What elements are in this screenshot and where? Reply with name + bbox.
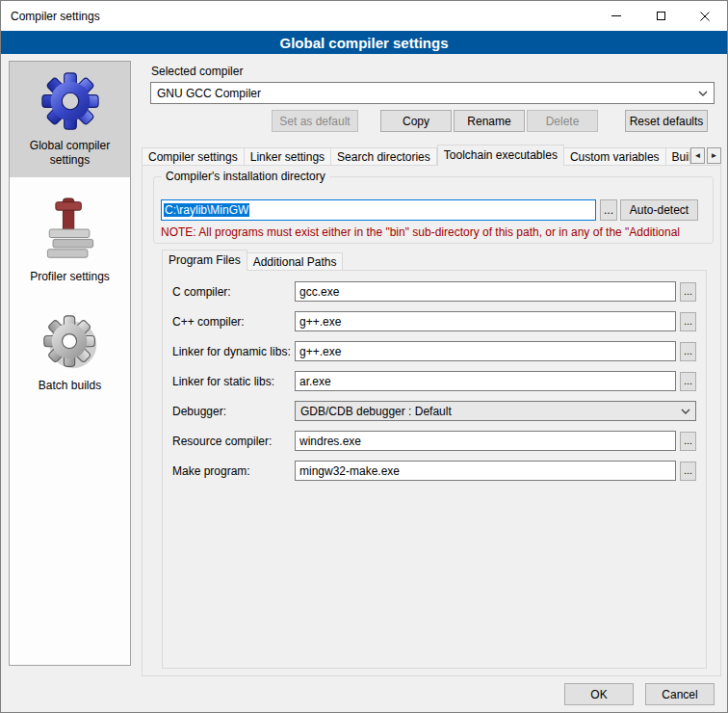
- close-button[interactable]: [683, 1, 727, 31]
- field-label: Linker for static libs:: [172, 375, 295, 388]
- browse-button[interactable]: ...: [680, 282, 696, 302]
- tab-build-options[interactable]: Build: [666, 147, 690, 166]
- ok-button[interactable]: OK: [564, 683, 634, 705]
- form-row: Debugger: GDB/CDB debugger : Default: [172, 401, 696, 421]
- window-title: Compiler settings: [11, 10, 100, 23]
- maximize-icon: [657, 12, 665, 20]
- executables-tabstrip: Program Files Additional Paths: [162, 250, 343, 271]
- close-icon: [700, 12, 710, 21]
- tab-scroll-left-button[interactable]: ◄: [690, 147, 705, 164]
- field-label: Linker for dynamic libs:: [172, 345, 295, 358]
- cancel-button[interactable]: Cancel: [645, 683, 715, 705]
- rename-button[interactable]: Rename: [454, 110, 525, 132]
- bin-subdirectory-note: NOTE: All programs must exist either in …: [161, 225, 700, 239]
- field-label: Make program:: [172, 464, 295, 478]
- installation-directory-input[interactable]: C:\raylib\MinGW: [161, 199, 596, 221]
- c-compiler-input[interactable]: [295, 281, 676, 302]
- window-controls: [594, 1, 727, 31]
- browse-directory-button[interactable]: ...: [600, 199, 617, 221]
- field-label: Resource compiler:: [172, 435, 295, 448]
- sidebar-item-label: Profiler settings: [30, 270, 110, 284]
- sidebar-item-global-compiler-settings[interactable]: Global compiler settings: [10, 62, 130, 177]
- browse-button[interactable]: ...: [680, 372, 696, 391]
- field-label: C compiler:: [172, 285, 295, 299]
- resource-compiler-input[interactable]: [295, 431, 676, 451]
- auto-detect-button[interactable]: Auto-detect: [620, 199, 698, 221]
- debugger-dropdown[interactable]: GDB/CDB debugger : Default: [295, 401, 696, 421]
- tab-toolchain-executables[interactable]: Toolchain executables: [437, 145, 564, 166]
- set-as-default-button: Set as default: [272, 110, 358, 132]
- form-row: C compiler: ...: [172, 281, 696, 302]
- chevron-down-icon: [681, 409, 690, 414]
- tab-program-files[interactable]: Program Files: [162, 250, 247, 271]
- reset-defaults-button[interactable]: Reset defaults: [625, 110, 708, 132]
- form-row: Linker for dynamic libs: ...: [172, 341, 696, 361]
- tab-search-directories[interactable]: Search directories: [331, 147, 437, 166]
- sidebar-item-profiler-settings[interactable]: Profiler settings: [10, 187, 130, 294]
- tab-scroll-right-button[interactable]: ►: [707, 147, 721, 164]
- browse-button[interactable]: ...: [680, 462, 696, 481]
- dynamic-libs-linker-input[interactable]: [295, 341, 676, 361]
- batch-builds-icon: [41, 313, 99, 371]
- chevron-down-icon: [698, 91, 708, 96]
- debugger-value: GDB/CDB debugger : Default: [300, 405, 452, 418]
- tab-linker-settings[interactable]: Linker settings: [245, 147, 331, 166]
- field-label: C++ compiler:: [172, 315, 295, 329]
- dialog-header-title: Global compiler settings: [279, 35, 448, 51]
- compiler-settings-window: Compiler settings Global compiler settin…: [0, 0, 728, 713]
- cpp-compiler-input[interactable]: [295, 311, 676, 331]
- maximize-button[interactable]: [638, 1, 683, 31]
- browse-button[interactable]: ...: [680, 312, 696, 331]
- toolchain-executables-panel: Compiler's installation directory C:\ray…: [142, 165, 721, 676]
- settings-tabstrip: Compiler settings Linker settings Search…: [142, 145, 721, 166]
- minimize-button[interactable]: [594, 1, 638, 31]
- delete-button: Delete: [527, 110, 598, 132]
- form-row: C++ compiler: ...: [172, 311, 696, 331]
- installation-directory-group-title: Compiler's installation directory: [162, 170, 329, 183]
- installation-directory-value: C:\raylib\MinGW: [164, 203, 249, 217]
- dialog-header: Global compiler settings: [1, 31, 727, 54]
- selected-compiler-dropdown[interactable]: GNU GCC Compiler: [150, 82, 715, 104]
- profiler-icon: [43, 197, 97, 262]
- tab-scroll-buttons: ◄ ►: [690, 147, 721, 166]
- sidebar-item-label: Global compiler settings: [13, 139, 126, 168]
- gear-icon: [40, 71, 100, 131]
- tab-compiler-settings[interactable]: Compiler settings: [142, 147, 245, 166]
- minimize-icon: [611, 15, 621, 16]
- browse-button[interactable]: ...: [680, 432, 696, 451]
- settings-category-list: Global compiler settings Profiler settin…: [9, 61, 131, 666]
- program-files-panel: C compiler: ... C++ compiler: ... Linker…: [162, 270, 707, 669]
- sidebar-item-label: Batch builds: [39, 379, 101, 393]
- make-program-input[interactable]: [295, 461, 676, 481]
- selected-compiler-value: GNU GCC Compiler: [157, 87, 261, 100]
- tab-additional-paths[interactable]: Additional Paths: [247, 252, 344, 271]
- field-label: Debugger:: [172, 405, 295, 418]
- selected-compiler-label: Selected compiler: [151, 65, 243, 78]
- browse-button[interactable]: ...: [680, 342, 696, 361]
- titlebar[interactable]: Compiler settings: [1, 1, 727, 31]
- tab-custom-variables[interactable]: Custom variables: [564, 147, 666, 166]
- copy-button[interactable]: Copy: [380, 110, 452, 132]
- form-row: Make program: ...: [172, 461, 696, 481]
- form-row: Resource compiler: ...: [172, 431, 696, 451]
- static-libs-linker-input[interactable]: [295, 371, 676, 391]
- form-row: Linker for static libs: ...: [172, 371, 696, 391]
- sidebar-item-batch-builds[interactable]: Batch builds: [10, 304, 130, 403]
